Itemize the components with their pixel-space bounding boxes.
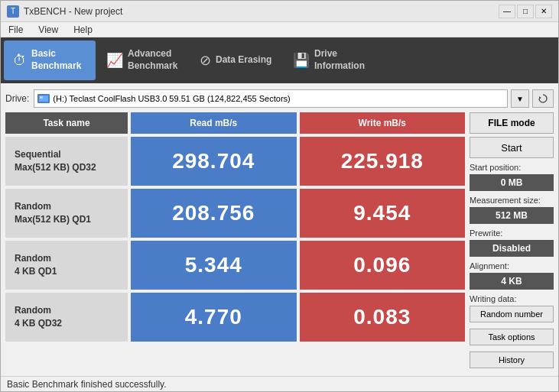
file-mode-button[interactable]: FILE mode [470,112,554,134]
menu-view[interactable]: View [34,23,63,37]
drive-small-icon [37,94,50,103]
basic-benchmark-icon: ⏱ [13,53,27,69]
refresh-button[interactable] [532,89,554,108]
toolbar: ⏱ BasicBenchmark 📈 AdvancedBenchmark ⊘ D… [1,37,558,83]
content-area: Drive: (H:) Teclast CoolFlash USB3.0 59.… [1,83,558,376]
start-button[interactable]: Start [470,137,554,158]
menu-help[interactable]: Help [69,23,97,37]
tab-advanced-benchmark-label: AdvancedBenchmark [128,48,177,72]
measurement-size-value: 512 MB [470,207,554,224]
drive-information-icon: 💾 [293,52,310,69]
tab-drive-information[interactable]: 💾 DriveInformation [284,40,375,80]
table-row: RandomMax(512 KB) QD1 208.756 9.454 [5,189,465,238]
history-button[interactable]: History [470,352,554,368]
table-row: Random4 KB QD32 4.770 0.083 [5,293,465,342]
writing-data-button[interactable]: Random number [470,306,554,322]
measurement-size-label: Measurement size: [470,194,554,206]
col-read-header: Read mB/s [131,112,297,134]
row-2-read: 5.344 [131,241,297,290]
window-title: TxBENCH - New project [24,6,122,17]
title-bar-left: T TxBENCH - New project [7,5,122,18]
task-options-button[interactable]: Task options [470,329,554,345]
prewrite-label: Prewrite: [470,227,554,239]
refresh-icon [538,93,548,104]
col-task-header: Task name [5,112,128,134]
drive-select-wrap: (H:) Teclast CoolFlash USB3.0 59.51 GB (… [34,89,554,108]
prewrite-value: Disabled [470,240,554,257]
menu-bar: File View Help [1,22,558,37]
row-0-read: 298.704 [131,137,297,186]
writing-data-label: Writing data: [470,293,554,305]
row-0-write: 225.918 [300,137,466,186]
row-3-write: 0.083 [300,293,466,342]
drive-value: (H:) Teclast CoolFlash USB3.0 59.51 GB (… [53,94,290,103]
tab-basic-benchmark-label: BasicBenchmark [31,48,81,72]
alignment-value: 4 KB [470,273,554,290]
sidebar-measurement-size: Measurement size: 512 MB [470,194,554,224]
start-position-value: 0 MB [470,174,554,191]
main-window: T TxBENCH - New project — □ ✕ File View … [0,0,559,392]
title-controls: — □ ✕ [499,5,552,18]
row-3-label: Random4 KB QD32 [5,293,128,342]
tab-advanced-benchmark[interactable]: 📈 AdvancedBenchmark [97,40,189,80]
tab-data-erasing[interactable]: ⊘ Data Erasing [190,40,282,80]
title-bar: T TxBENCH - New project — □ ✕ [1,1,558,22]
tab-drive-information-label: DriveInformation [314,48,365,72]
status-text: Basic Benchmark finished successfully. [7,379,167,390]
svg-rect-1 [40,96,43,99]
row-1-label: RandomMax(512 KB) QD1 [5,189,128,238]
svg-marker-2 [539,96,541,99]
main-layout: Task name Read mB/s Write mB/s Sequentia… [5,112,554,371]
sidebar-writing-data: Writing data: Random number [470,293,554,322]
close-button[interactable]: ✕ [535,5,552,18]
drive-dropdown-button[interactable]: ▼ [511,89,529,108]
status-bar: Basic Benchmark finished successfully. [1,376,558,391]
drive-select-inner: (H:) Teclast CoolFlash USB3.0 59.51 GB (… [37,94,504,103]
col-write-header: Write mB/s [300,112,466,134]
row-3-read: 4.770 [131,293,297,342]
sidebar-start-position: Start position: 0 MB [470,161,554,191]
tab-data-erasing-label: Data Erasing [216,54,271,66]
row-2-write: 0.096 [300,241,466,290]
benchmark-table: Task name Read mB/s Write mB/s Sequentia… [5,112,465,371]
alignment-label: Alignment: [470,260,554,272]
app-icon: T [7,5,19,18]
sidebar-prewrite: Prewrite: Disabled [470,227,554,257]
start-position-label: Start position: [470,161,554,173]
drive-select[interactable]: (H:) Teclast CoolFlash USB3.0 59.51 GB (… [34,89,508,108]
menu-file[interactable]: File [4,23,28,37]
advanced-benchmark-icon: 📈 [106,52,123,69]
row-1-read: 208.756 [131,189,297,238]
row-1-write: 9.454 [300,189,466,238]
minimize-button[interactable]: — [499,5,515,18]
tab-basic-benchmark[interactable]: ⏱ BasicBenchmark [4,40,96,80]
row-2-label: Random4 KB QD1 [5,241,128,290]
row-0-label: SequentialMax(512 KB) QD32 [5,137,128,186]
drive-bar: Drive: (H:) Teclast CoolFlash USB3.0 59.… [5,88,554,109]
drive-label: Drive: [5,93,29,104]
sidebar-alignment: Alignment: 4 KB [470,260,554,290]
data-erasing-icon: ⊘ [200,52,211,69]
table-row: Random4 KB QD1 5.344 0.096 [5,241,465,290]
sidebar: FILE mode Start Start position: 0 MB Mea… [470,112,554,371]
table-row: SequentialMax(512 KB) QD32 298.704 225.9… [5,137,465,186]
maximize-button[interactable]: □ [517,5,534,18]
table-header: Task name Read mB/s Write mB/s [5,112,465,134]
